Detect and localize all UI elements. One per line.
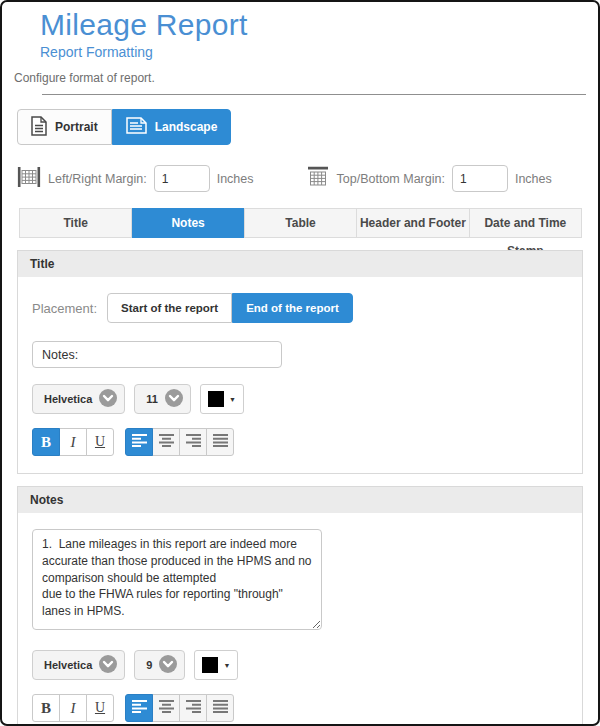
format-tabs: Title Notes Table Header and Footer Date… — [19, 208, 582, 238]
align-right-icon — [185, 699, 202, 718]
title-panel: Title Placement: Start of the report End… — [17, 250, 583, 474]
notes-italic-button[interactable]: I — [59, 694, 87, 722]
left-right-margin-label: Left/Right Margin: — [48, 172, 147, 186]
left-right-margin-input[interactable] — [154, 165, 210, 192]
dialog-header: Mileage Report Report Formatting — [2, 2, 598, 60]
mileage-report-dialog: Mileage Report Report Formatting Configu… — [0, 0, 600, 726]
header-divider — [42, 94, 586, 95]
notes-textarea[interactable]: 1. Lane mileages in this report are inde… — [32, 529, 322, 630]
underline-icon: U — [95, 434, 105, 450]
tab-title[interactable]: Title — [20, 209, 132, 237]
left-right-margin-group: Left/Right Margin: Inches — [17, 165, 254, 192]
notes-align-justify-button[interactable] — [206, 694, 234, 722]
title-font-family-value: Helvetica — [44, 393, 92, 405]
title-align-center-button[interactable] — [152, 428, 180, 456]
notes-align-button-group — [125, 694, 234, 722]
align-center-icon — [158, 433, 175, 452]
top-bottom-margin-label: Top/Bottom Margin: — [337, 172, 445, 186]
notes-bold-button[interactable]: B — [32, 694, 60, 722]
description-text: Configure format of report. — [14, 71, 598, 85]
margins-row: Left/Right Margin: Inches Top/Bottom Mar… — [17, 165, 598, 192]
title-font-row: Helvetica 11 ▼ — [32, 384, 568, 414]
notes-format-row: B I U — [32, 694, 568, 722]
title-italic-button[interactable]: I — [59, 428, 87, 456]
chevron-down-circle-icon — [99, 655, 117, 675]
align-left-icon — [131, 433, 148, 452]
notes-panel-body: 1. Lane mileages in this report are inde… — [18, 513, 582, 726]
horizontal-margins-grid-icon — [306, 166, 330, 192]
tab-notes[interactable]: Notes — [132, 208, 244, 238]
underline-icon: U — [95, 700, 105, 716]
bold-icon: B — [41, 700, 51, 717]
italic-icon: I — [71, 434, 76, 451]
placement-end-button[interactable]: End of the report — [232, 293, 353, 323]
notes-style-button-group: B I U — [32, 694, 114, 722]
placement-row: Placement: Start of the report End of th… — [32, 293, 568, 323]
notes-font-family-dropdown[interactable]: Helvetica — [32, 650, 125, 680]
notes-panel: Notes 1. Lane mileages in this report ar… — [17, 486, 583, 726]
placement-label: Placement: — [32, 301, 97, 316]
title-font-family-dropdown[interactable]: Helvetica — [32, 384, 125, 414]
top-bottom-margin-group: Top/Bottom Margin: Inches — [306, 165, 552, 192]
title-font-size-value: 11 — [146, 393, 158, 405]
portrait-button-label: Portrait — [55, 120, 98, 134]
title-align-right-button[interactable] — [179, 428, 207, 456]
align-center-icon — [158, 699, 175, 718]
top-bottom-margin-unit: Inches — [515, 172, 552, 186]
notes-font-color-swatch — [202, 657, 218, 673]
caret-down-icon: ▼ — [223, 662, 230, 669]
align-left-icon — [131, 699, 148, 718]
tab-table[interactable]: Table — [245, 209, 357, 237]
left-right-margin-unit: Inches — [217, 172, 254, 186]
landscape-button-label: Landscape — [155, 120, 218, 134]
title-bold-button[interactable]: B — [32, 428, 60, 456]
notes-font-size-dropdown[interactable]: 9 — [134, 650, 185, 680]
vertical-margins-grid-icon — [17, 166, 41, 192]
notes-align-left-button[interactable] — [125, 694, 153, 722]
notes-font-size-value: 9 — [146, 659, 152, 671]
landscape-button[interactable]: Landscape — [112, 109, 232, 145]
title-underline-button[interactable]: U — [86, 428, 114, 456]
notes-font-family-value: Helvetica — [44, 659, 92, 671]
title-panel-body: Placement: Start of the report End of th… — [18, 277, 582, 473]
portrait-document-icon — [31, 116, 47, 139]
notes-panel-header: Notes — [18, 487, 582, 513]
title-panel-header: Title — [18, 251, 582, 277]
chevron-down-circle-icon — [165, 389, 183, 409]
title-font-size-dropdown[interactable]: 11 — [134, 384, 191, 414]
title-text-input[interactable] — [32, 341, 282, 368]
title-style-button-group: B I U — [32, 428, 114, 456]
landscape-document-icon — [126, 117, 147, 137]
align-justify-icon — [212, 433, 229, 452]
notes-font-color-picker[interactable]: ▼ — [194, 650, 238, 680]
tab-date-and-time-stamp[interactable]: Date and Time Stamp — [470, 209, 581, 237]
align-right-icon — [185, 433, 202, 452]
caret-down-icon: ▼ — [229, 396, 236, 403]
notes-align-right-button[interactable] — [179, 694, 207, 722]
title-align-left-button[interactable] — [125, 428, 153, 456]
notes-font-row: Helvetica 9 ▼ — [32, 650, 568, 680]
page-title: Mileage Report — [40, 8, 598, 42]
top-bottom-margin-input[interactable] — [452, 165, 508, 192]
title-align-button-group — [125, 428, 234, 456]
title-font-color-picker[interactable]: ▼ — [200, 384, 244, 414]
title-format-row: B I U — [32, 428, 568, 456]
portrait-button[interactable]: Portrait — [17, 109, 112, 145]
title-align-justify-button[interactable] — [206, 428, 234, 456]
bold-icon: B — [41, 434, 51, 451]
notes-align-center-button[interactable] — [152, 694, 180, 722]
italic-icon: I — [71, 700, 76, 717]
title-font-color-swatch — [208, 391, 224, 407]
chevron-down-circle-icon — [99, 389, 117, 409]
align-justify-icon — [212, 699, 229, 718]
tab-header-and-footer[interactable]: Header and Footer — [357, 209, 469, 237]
orientation-button-group: Portrait Landscape — [17, 109, 598, 145]
notes-underline-button[interactable]: U — [86, 694, 114, 722]
placement-start-button[interactable]: Start of the report — [107, 293, 232, 323]
page-subtitle: Report Formatting — [40, 44, 598, 60]
chevron-down-circle-icon — [159, 655, 177, 675]
